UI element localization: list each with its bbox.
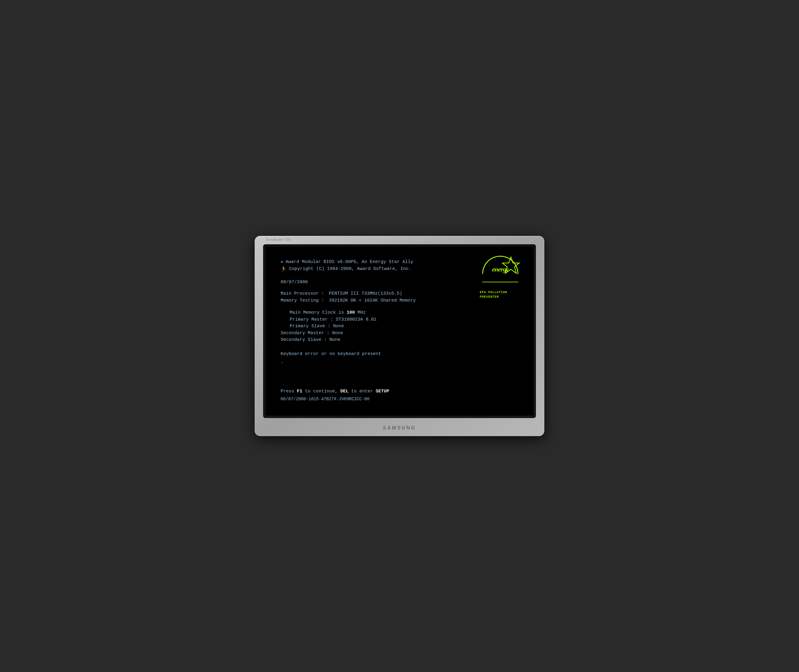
primary-slave-value: None [333,324,344,329]
processor-value: PENTIUM III 733MHz(133x5.5) [329,290,402,298]
press-text-2: to continue, [303,389,340,394]
memory-clock-value: 100 [347,310,355,315]
primary-master-value: ST3160023A 8.01 [336,317,376,322]
primary-master-row: Primary Master : ST3160023A 8.01 [290,317,519,323]
bios-id: 08/07/2000-i815-47B27X-JV69RC2CC-00 [280,396,389,402]
monitor-bezel: energy EPA POLLUTION PREVENTER ● Award M… [263,244,536,418]
bios-icon-person: ● [280,259,283,265]
secondary-master-value: None [332,331,343,336]
secondary-slave-label: Secondary Slave : [280,337,330,342]
epa-pollution-text: EPA POLLUTION PREVENTER [479,290,521,299]
memory-label: Memory Testing : [280,298,329,304]
bios-line1-text: Award Modular BIOS v6.00PG, An Energy St… [285,259,413,266]
primary-slave-row: Primary Slave : None [290,323,519,330]
press-text-1: Press [280,389,297,394]
primary-master-label: Primary Master : [290,317,336,322]
monitor-brand-label: SAMSUNG [383,425,416,431]
press-f1-line: Press F1 to continue, DEL to enter SETUP [280,388,389,395]
primary-slave-label: Primary Slave : [290,324,333,329]
energy-underline [482,282,519,282]
secondary-master-row: Secondary Master : None [280,330,519,337]
memory-clock-row: Main Memory Clock is 100 MHz [290,309,519,317]
svg-marker-0 [503,257,519,273]
subsystem-section: Main Memory Clock is 100 MHz Primary Mas… [280,309,519,344]
bios-icon-runner: 🏃 [280,266,287,273]
secondary-master-label: Secondary Master : [280,331,332,336]
energy-star-logo: energy EPA POLLUTION PREVENTER [479,256,521,299]
del-key-label: DEL [340,389,349,394]
bios-line2-text: Copyright (C) 1984-2000, Award Software,… [289,266,411,273]
secondary-slave-row: Secondary Slave : None [280,337,519,344]
secondary-slave-value: None [330,337,340,342]
bios-screen: energy EPA POLLUTION PREVENTER ● Award M… [266,247,533,416]
energy-star-shape [502,256,520,279]
f1-key-label: F1 [297,389,303,394]
processor-label: Main Processor : [280,290,329,298]
monitor-model-label: SyncMaster 710v [266,238,291,241]
bios-cursor: - [280,360,519,367]
keyboard-error-message: Keyboard error or no keyboard present [280,351,519,358]
energy-star-graphic: energy [481,256,520,289]
press-text-3: to enter [349,389,376,394]
press-keys-section: Press F1 to continue, DEL to enter SETUP… [280,388,389,403]
memory-clock-label: Main Memory Clock is [290,310,347,315]
setup-label: SETUP [376,389,389,394]
monitor: SyncMaster 710v energy EPA POLLUTION PRE… [255,236,544,436]
memory-clock-unit: MHz [355,310,366,315]
memory-value: 392192K OK + 1024K Shared Memory [329,298,416,304]
